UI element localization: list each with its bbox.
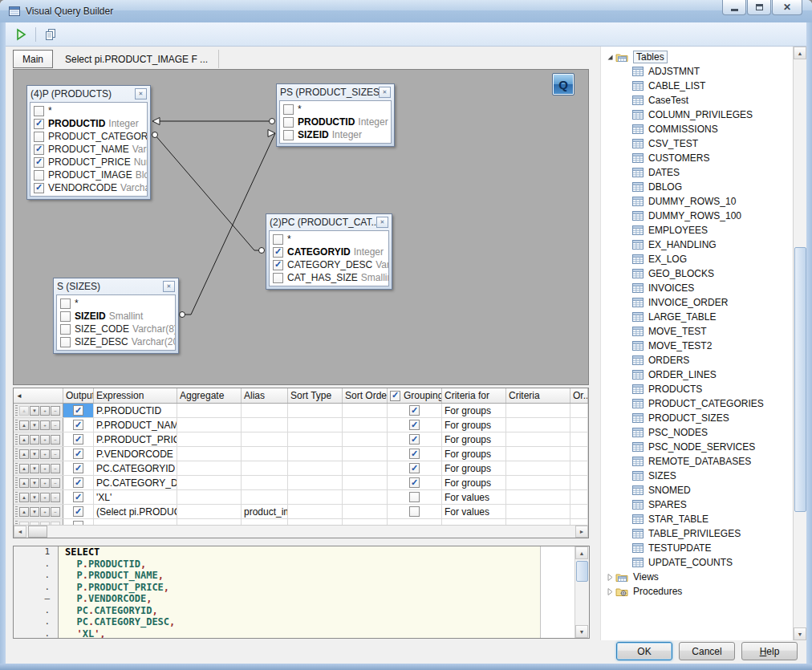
sql-line[interactable]: . P.PRODUCT_NAME, xyxy=(14,570,575,582)
add-row-button[interactable]: + xyxy=(40,406,50,416)
tree-item-table[interactable]: DATES xyxy=(601,165,806,180)
sql-line[interactable]: 1SELECT xyxy=(14,546,575,558)
expression-cell[interactable]: P.PRODUCT_NAME xyxy=(94,418,177,432)
add-row-button[interactable]: + xyxy=(40,507,50,517)
drag-handle-icon[interactable] xyxy=(15,492,18,502)
criteria-for-cell[interactable]: For values xyxy=(442,505,506,518)
tree-item-table[interactable]: INVOICES xyxy=(601,281,806,295)
row-handle[interactable]: ▲▼+− xyxy=(14,461,63,475)
scrollbar-thumb[interactable] xyxy=(794,247,806,512)
grouping-checkbox[interactable] xyxy=(409,449,420,459)
cancel-button[interactable]: Cancel xyxy=(679,642,735,660)
diagram-field-row[interactable]: PRODUCT_PRICENumeric xyxy=(30,156,147,169)
alias-cell[interactable] xyxy=(242,404,288,417)
field-checkbox[interactable] xyxy=(273,273,283,283)
tree-item-table[interactable]: PRODUCTS xyxy=(601,382,806,396)
output-cell[interactable] xyxy=(63,505,94,518)
tree-item-table[interactable]: DUMMY_ROWS_10 xyxy=(601,194,806,209)
tree-item-table[interactable]: COMMISSIONS xyxy=(601,122,806,136)
or-cell[interactable] xyxy=(570,505,588,518)
add-row-button[interactable]: + xyxy=(40,420,50,430)
scroll-up-arrow-icon[interactable]: ▲ xyxy=(794,47,806,59)
aggregate-cell[interactable] xyxy=(177,476,242,489)
diagram-field-row[interactable]: PRODUCT_NAMEVarchar( xyxy=(30,143,147,156)
criteria-for-cell[interactable]: For groups xyxy=(442,461,506,475)
drag-handle-icon[interactable] xyxy=(15,506,18,517)
alias-cell[interactable] xyxy=(242,461,288,475)
tree-item-table[interactable]: PSC_NODE_SERVICES xyxy=(601,440,806,454)
grid-header-grouping[interactable]: Grouping xyxy=(388,388,442,403)
grouping-checkbox[interactable] xyxy=(409,477,420,488)
grouping-cell[interactable] xyxy=(388,476,442,489)
drag-handle-icon[interactable] xyxy=(15,449,18,459)
field-checkbox[interactable] xyxy=(60,337,71,347)
tree-item-table[interactable]: MOVE_TEST xyxy=(601,324,806,339)
tree-item-table[interactable]: PRODUCT_CATEGORIES xyxy=(601,396,806,411)
diagram-table[interactable]: S (SIZES)✕*SIZEIDSmallintSIZE_CODEVarcha… xyxy=(53,278,179,354)
drag-handle-icon[interactable] xyxy=(15,420,18,430)
tree-item-table[interactable]: CSV_TEST xyxy=(601,136,806,151)
expression-cell[interactable]: PC.CATEGORY_DESC xyxy=(94,476,177,489)
tree-item-table[interactable]: GEO_BLOCKS xyxy=(601,266,806,281)
field-checkbox[interactable] xyxy=(273,260,283,270)
close-icon[interactable]: ✕ xyxy=(379,87,391,98)
grouping-checkbox[interactable] xyxy=(409,506,420,517)
add-row-button[interactable]: + xyxy=(40,493,50,502)
help-button[interactable]: Help xyxy=(741,642,798,660)
output-checkbox[interactable] xyxy=(73,449,83,459)
delete-row-button[interactable]: − xyxy=(51,507,60,517)
sort-order-cell[interactable] xyxy=(343,432,388,446)
move-up-button[interactable]: ▲ xyxy=(19,420,29,430)
grouping-cell[interactable] xyxy=(388,490,442,504)
criteria-for-cell[interactable]: For groups xyxy=(442,404,506,417)
row-handle[interactable]: ▲▼+− xyxy=(14,432,63,446)
tree-item-table[interactable]: COLUMN_PRIVILEGES xyxy=(601,108,806,122)
alias-cell[interactable]: product_ima xyxy=(242,505,288,518)
field-checkbox[interactable] xyxy=(273,247,283,258)
sort-type-cell[interactable] xyxy=(288,432,343,446)
move-up-button[interactable]: ▲ xyxy=(19,435,29,445)
tree-item-table[interactable]: PRODUCT_SIZES xyxy=(601,411,806,425)
aggregate-cell[interactable] xyxy=(177,447,242,461)
tree-item-table[interactable]: STAR_TABLE xyxy=(601,512,806,526)
field-checkbox[interactable] xyxy=(283,117,294,128)
field-checkbox[interactable] xyxy=(34,170,44,181)
scrollbar-track[interactable] xyxy=(26,526,575,538)
field-checkbox[interactable] xyxy=(34,144,44,155)
criteria-cell[interactable] xyxy=(506,432,570,446)
titlebar[interactable]: Visual Query Builder ✕ xyxy=(0,0,812,23)
grouping-checkbox[interactable] xyxy=(409,434,420,445)
scroll-right-arrow-icon[interactable]: ► xyxy=(575,526,588,538)
output-cell[interactable] xyxy=(63,490,94,504)
diagram-field-row[interactable]: CATEGORYIDInteger xyxy=(270,246,388,258)
move-up-button[interactable]: ▲ xyxy=(19,478,29,488)
close-icon[interactable]: ✕ xyxy=(376,217,388,228)
diagram-field-row[interactable]: PRODUCTIDInteger xyxy=(280,116,391,128)
tree-item-table[interactable]: ADJSTMNT xyxy=(601,64,806,79)
row-handle[interactable]: ▲▼+− xyxy=(14,447,63,461)
ok-button[interactable]: OK xyxy=(616,642,672,660)
criteria-cell[interactable] xyxy=(506,447,570,461)
drag-handle-icon[interactable] xyxy=(15,477,18,488)
tab-main[interactable]: Main xyxy=(13,50,53,68)
close-button[interactable]: ✕ xyxy=(772,0,802,15)
output-checkbox[interactable] xyxy=(73,492,83,502)
field-checkbox[interactable] xyxy=(60,311,71,322)
expression-cell[interactable]: PC.CATEGORYID xyxy=(94,461,177,475)
tree-item-table[interactable]: CaseTest xyxy=(601,93,806,108)
output-cell[interactable] xyxy=(63,404,94,417)
row-handle[interactable]: ▲▼+− xyxy=(14,418,63,432)
output-cell[interactable] xyxy=(63,476,94,489)
add-row-button[interactable]: + xyxy=(40,478,50,488)
diagram-field-row[interactable]: * xyxy=(30,104,147,117)
tree-item-table[interactable]: DBLOG xyxy=(601,180,806,194)
or-cell[interactable] xyxy=(570,447,588,461)
diagram-field-row[interactable]: CAT_HAS_SIZESmallint xyxy=(270,271,388,284)
criteria-cell[interactable] xyxy=(506,461,570,475)
tree-item-table[interactable]: EX_HANDLING xyxy=(601,238,806,252)
tree-item-table[interactable]: CUSTOMERS xyxy=(601,151,806,165)
aggregate-cell[interactable] xyxy=(177,418,242,432)
alias-cell[interactable] xyxy=(242,476,288,489)
tree-item-table[interactable]: INVOICE_ORDER xyxy=(601,295,806,310)
copy-button[interactable] xyxy=(40,25,61,44)
